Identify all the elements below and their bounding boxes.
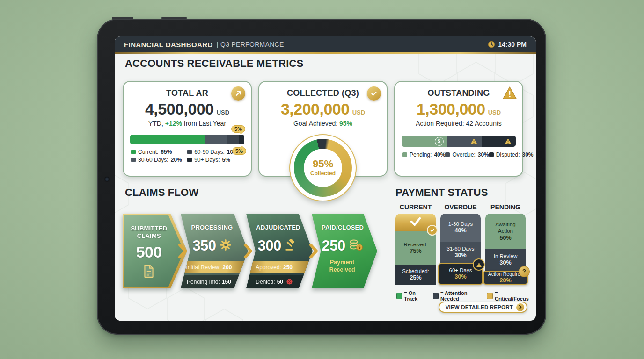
legend-label: 90+ Days:	[194, 157, 220, 163]
currency-label: USD	[488, 109, 501, 116]
row-value: 250	[283, 264, 293, 271]
block-awaiting-action: Awaiting Action 50%	[485, 214, 526, 249]
column-header-overdue: OVERDUE	[440, 203, 481, 211]
legend-value: 20%	[171, 157, 182, 163]
legend-item: 30-60 Days:20%	[131, 157, 184, 163]
block-value: 30%	[454, 273, 466, 281]
block-value: 25%	[410, 274, 421, 282]
donut-center: 95% Collected	[304, 149, 342, 187]
payment-column-headers: CURRENT OVERDUE PENDING	[395, 203, 526, 211]
chevron-right-icon	[516, 303, 524, 311]
legend-swatch	[489, 152, 494, 157]
collected-value: 3,200,000	[281, 100, 350, 118]
column-header-current: CURRENT	[395, 203, 436, 211]
check-badge-icon	[427, 225, 438, 236]
currency-label: USD	[217, 109, 229, 116]
view-detailed-report-button[interactable]: VIEW DETAILED REPORT	[439, 302, 527, 313]
button-label: VIEW DETAILED REPORT	[446, 304, 513, 310]
stage-fill: ADJUDICATED 300 Approved: 250	[246, 214, 313, 288]
stage-value-row: 250 $	[322, 237, 363, 254]
legend-swatch	[187, 158, 192, 162]
current-check-header	[395, 214, 436, 231]
section-title-payments: PAYMENT STATUS	[395, 187, 488, 199]
legend-value: 65%	[161, 149, 172, 155]
outstanding-value: 1,300,000	[417, 100, 485, 118]
aging-segment-90plus	[239, 135, 244, 144]
legend-label: = Attention Needed	[440, 290, 481, 302]
aging-segment-current	[130, 135, 205, 144]
legend-item: = Attention Needed	[433, 290, 481, 302]
legend-item: 90+ Days:5%	[187, 157, 243, 163]
stage-value: 500	[128, 243, 170, 261]
legend-label: Disputed:	[496, 151, 520, 158]
legend-value: 5%	[222, 157, 230, 163]
coins-icon: $	[349, 239, 363, 253]
metric-cards-row: TOTAL AR 4,500,000 USD YTD, +12% from La…	[123, 81, 523, 177]
dollar-circle-icon: $	[435, 137, 444, 146]
clock-icon	[488, 41, 495, 48]
trend-up-icon	[231, 86, 245, 101]
aging-bar-track	[130, 135, 244, 144]
legend-value: 40%	[434, 151, 445, 158]
legend-label: = On Track	[404, 290, 426, 302]
stage-row-initial-review: Initial Review: 200	[181, 261, 248, 273]
block-action-required: ? Action Required 20%	[483, 271, 528, 285]
stage-value: 250	[322, 237, 345, 254]
aging-legend: Current:65% 60-90 Days:10% 30-60 Days:20…	[130, 149, 244, 163]
dashboard-screen: FINANCIAL DASHBOARD | Q3 PERFORMANCE 14:…	[115, 36, 536, 321]
block-value: 50%	[499, 235, 511, 242]
block-value: 30%	[499, 259, 511, 267]
block-label: 60+ Days	[449, 267, 472, 273]
stage-value-row: 300	[256, 237, 298, 254]
goal-line: Goal Achieved: 95%	[266, 120, 380, 127]
row-label: Approved:	[256, 264, 281, 271]
yoy-line: YTD, +12% from Last Year	[130, 120, 244, 127]
clock-area: 14:30 PM	[488, 41, 527, 48]
aging-segment-60-90	[227, 135, 238, 144]
block-value: 40%	[454, 227, 466, 235]
flow-arrow-icon	[178, 243, 187, 261]
flow-arrow-icon	[309, 243, 318, 261]
card-title: TOTAL AR	[130, 88, 244, 98]
stage-row-pending-info: Pending Info: 150	[181, 275, 248, 288]
currency-label: USD	[352, 109, 365, 116]
warning-icon	[470, 138, 478, 145]
legend-swatch	[131, 150, 136, 154]
check-circle-icon	[367, 86, 381, 101]
clock-time: 14:30 PM	[498, 41, 527, 48]
power-button	[161, 17, 187, 19]
stage-row-denied: Denied: 50	[246, 275, 313, 288]
block-label: Action Required	[488, 271, 523, 277]
claims-stage-processing: PROCESSING 350 Initial Review: 200	[181, 214, 248, 288]
block-label: 31-60 Days	[447, 245, 475, 252]
row-label: Initial Review:	[186, 264, 220, 271]
segment-pending: $	[402, 136, 447, 147]
legend-item: = Critical/Focus	[487, 290, 529, 302]
yoy-suffix: from Last Year	[182, 120, 226, 127]
legend-item: Disputed:30%	[489, 151, 534, 158]
row-value: 50	[277, 279, 283, 285]
stage-note: Payment Received	[325, 259, 359, 273]
card-collected: COLLECTED (Q3) 3,200,000 USD Goal Achiev…	[258, 81, 388, 177]
payment-legend: = On Track = Attention Needed = Critical…	[396, 290, 529, 302]
collected-value-row: 3,200,000 USD	[266, 100, 380, 118]
column-header-pending: PENDING	[485, 203, 526, 211]
donut-percent: 95%	[313, 159, 333, 169]
legend-swatch	[131, 158, 136, 162]
segment-disputed	[482, 136, 516, 147]
collection-donut: 95% Collected	[290, 135, 356, 201]
payment-columns: Received: 75% Scheduled: 25% 1-30 Days 4…	[395, 214, 526, 285]
warning-badge-icon	[473, 258, 485, 271]
claims-flow: SUBMITTED CLAIMS 500	[123, 214, 385, 288]
legend-item: Current:65%	[131, 149, 184, 155]
card-title: OUTSTANDING	[402, 88, 516, 98]
callout-5pct-bottom: 5%	[232, 147, 246, 155]
block-label: Awaiting Action	[491, 221, 520, 235]
row-label: Denied:	[256, 279, 275, 285]
stage-title: PROCESSING	[191, 224, 234, 231]
legend-value: 30%	[522, 151, 534, 158]
segment-overdue	[447, 136, 482, 147]
legend-swatch	[487, 293, 493, 299]
block-label: Received:	[403, 241, 427, 248]
row-value: 200	[222, 264, 232, 271]
